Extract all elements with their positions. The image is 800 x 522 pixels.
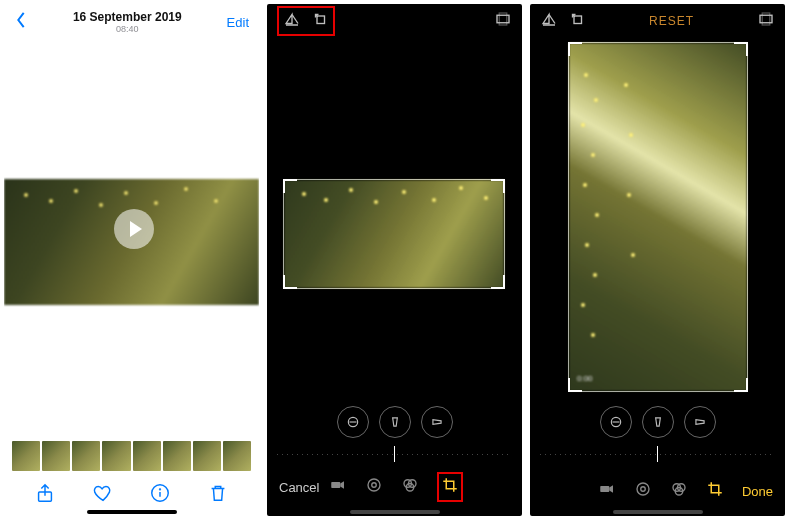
- svg-rect-17: [574, 16, 582, 24]
- thumbnail[interactable]: [193, 441, 221, 471]
- crop-frame[interactable]: [283, 179, 505, 289]
- crop-handle-bl[interactable]: [283, 275, 297, 289]
- video-content: [284, 180, 504, 288]
- flip-rotate-controls-highlighted: [277, 6, 335, 36]
- thumbnail[interactable]: [133, 441, 161, 471]
- share-icon[interactable]: [34, 482, 56, 508]
- home-indicator[interactable]: [350, 510, 440, 514]
- trash-icon[interactable]: [207, 482, 229, 508]
- crop-handle-tr[interactable]: [734, 42, 748, 56]
- thumbnail-strip[interactable]: [12, 441, 251, 471]
- home-indicator[interactable]: [87, 510, 177, 514]
- svg-rect-5: [317, 16, 325, 24]
- crop-handle-bl[interactable]: [568, 378, 582, 392]
- photo-date-block: 16 September 2019 08:40: [28, 10, 227, 34]
- adjust-mode-icon[interactable]: [365, 476, 383, 498]
- thumbnail[interactable]: [72, 441, 100, 471]
- adjust-mode-icon[interactable]: [634, 480, 652, 502]
- straighten-icon[interactable]: [337, 406, 369, 438]
- straighten-controls: [530, 406, 785, 438]
- video-content-rotated: 0:00: [569, 43, 747, 391]
- video-mode-icon[interactable]: [598, 480, 616, 502]
- filters-mode-icon[interactable]: [670, 480, 688, 502]
- crop-handle-tl[interactable]: [568, 42, 582, 56]
- thumbnail[interactable]: [223, 441, 251, 471]
- video-mode-icon[interactable]: [329, 476, 347, 498]
- photos-header: 16 September 2019 08:40 Edit: [4, 4, 259, 36]
- thumbnail[interactable]: [12, 441, 40, 471]
- crop-handle-tr[interactable]: [491, 179, 505, 193]
- cancel-button[interactable]: Cancel: [279, 480, 319, 495]
- editor-header: [267, 4, 522, 38]
- photos-toolbar: [4, 482, 259, 508]
- crop-handle-br[interactable]: [491, 275, 505, 289]
- vertical-perspective-icon[interactable]: [642, 406, 674, 438]
- crop-handle-tl[interactable]: [283, 179, 297, 193]
- photo-time: 08:40: [28, 24, 227, 34]
- filters-mode-icon[interactable]: [401, 476, 419, 498]
- thumbnail[interactable]: [102, 441, 130, 471]
- flip-horizontal-icon[interactable]: [283, 10, 301, 32]
- vertical-perspective-icon[interactable]: [379, 406, 411, 438]
- play-icon[interactable]: [114, 209, 154, 249]
- thumbnail[interactable]: [163, 441, 191, 471]
- crop-frame[interactable]: 0:00: [568, 42, 748, 392]
- angle-ruler[interactable]: [277, 444, 512, 464]
- straighten-icon[interactable]: [600, 406, 632, 438]
- svg-rect-22: [600, 486, 609, 492]
- horizontal-perspective-icon[interactable]: [684, 406, 716, 438]
- home-indicator[interactable]: [613, 510, 703, 514]
- done-button[interactable]: Done: [742, 484, 773, 499]
- info-icon[interactable]: [149, 482, 171, 508]
- edit-button[interactable]: Edit: [227, 15, 249, 30]
- rotate-icon[interactable]: [311, 10, 329, 32]
- crop-mode-icon[interactable]: [706, 480, 724, 502]
- svg-point-11: [368, 479, 380, 491]
- crop-editor-screen: Cancel: [267, 4, 522, 516]
- back-button[interactable]: [14, 11, 28, 33]
- editor-toolbar: Cancel: [267, 472, 522, 502]
- crop-mode-icon[interactable]: [441, 480, 459, 497]
- flip-horizontal-icon[interactable]: [540, 10, 558, 32]
- svg-point-3: [160, 489, 161, 490]
- straighten-controls: [267, 406, 522, 438]
- aspect-ratio-icon[interactable]: [494, 10, 512, 32]
- thumbnail[interactable]: [42, 441, 70, 471]
- horizontal-perspective-icon[interactable]: [421, 406, 453, 438]
- editor-toolbar: Done: [530, 480, 785, 502]
- svg-rect-10: [331, 482, 340, 488]
- crop-handle-br[interactable]: [734, 378, 748, 392]
- aspect-ratio-icon[interactable]: [757, 10, 775, 32]
- rotate-icon[interactable]: [568, 10, 586, 32]
- crop-editor-rotated-screen: RESET 0:00: [530, 4, 785, 516]
- editor-header: RESET: [530, 4, 785, 38]
- favorite-icon[interactable]: [92, 482, 114, 508]
- photos-viewer-screen: 16 September 2019 08:40 Edit: [4, 4, 259, 516]
- svg-point-12: [371, 483, 376, 488]
- reset-button[interactable]: RESET: [586, 14, 757, 28]
- svg-point-24: [641, 487, 646, 492]
- svg-point-23: [637, 483, 649, 495]
- photo-date: 16 September 2019: [28, 10, 227, 24]
- angle-ruler[interactable]: [540, 444, 775, 464]
- crop-mode-icon-highlighted: [437, 472, 463, 502]
